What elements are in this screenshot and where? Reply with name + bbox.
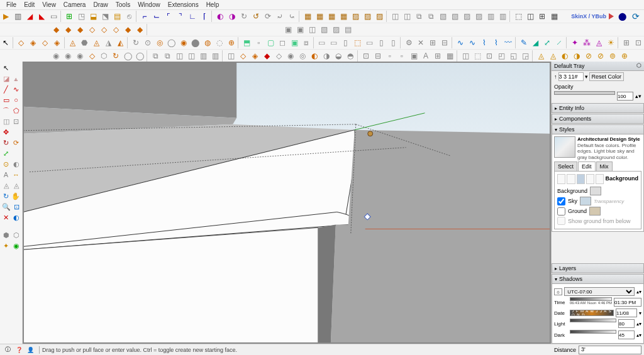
- tb-icon[interactable]: ◎: [297, 50, 308, 62]
- tb-icon[interactable]: ▦: [444, 50, 455, 62]
- tb-icon[interactable]: ▦: [548, 11, 560, 22]
- measurement-input[interactable]: 3': [579, 346, 641, 354]
- tb-icon[interactable]: ▫: [384, 50, 396, 62]
- sky-swatch[interactable]: [580, 197, 591, 205]
- tb-icon[interactable]: ⎋: [123, 11, 135, 22]
- tb-icon[interactable]: ✎: [518, 37, 530, 48]
- tb-icon[interactable]: ⧉: [425, 11, 436, 22]
- tb-icon[interactable]: ▤: [111, 11, 123, 22]
- zoom-extents-icon[interactable]: ⊡: [12, 202, 21, 212]
- dark-spinner-icon[interactable]: ▴▾: [636, 332, 641, 338]
- tb-icon[interactable]: ◉: [62, 50, 74, 62]
- tb-icon[interactable]: ▤: [342, 24, 353, 35]
- tb-icon[interactable]: ◈: [28, 37, 39, 48]
- tb-icon[interactable]: ↻: [238, 11, 250, 22]
- tb-icon[interactable]: ◌: [214, 37, 225, 48]
- tb-icon[interactable]: ↻: [130, 37, 142, 48]
- styles-panel[interactable]: ▾Styles: [552, 124, 644, 134]
- components-panel[interactable]: ▸Components: [552, 114, 644, 124]
- tb-icon[interactable]: ▭: [316, 37, 328, 48]
- tray-pin-icon[interactable]: ⬡: [636, 62, 643, 68]
- tb-icon[interactable]: ⊙: [142, 37, 153, 48]
- tb-icon[interactable]: ◬: [1, 180, 11, 190]
- tb-icon[interactable]: ◇: [86, 50, 97, 62]
- arc-icon[interactable]: ⌒: [1, 106, 11, 116]
- tb-icon[interactable]: ⊞: [621, 37, 632, 48]
- date-slider[interactable]: J F M A M J J A S O N D: [570, 310, 614, 316]
- menu-file[interactable]: File: [3, 1, 20, 8]
- info-icon[interactable]: ⓘ: [3, 346, 13, 354]
- freehand-icon[interactable]: ∿: [11, 84, 21, 94]
- tb-icon[interactable]: ◯: [166, 37, 177, 48]
- menu-tools[interactable]: Tools: [112, 1, 134, 8]
- dark-value[interactable]: [618, 330, 635, 339]
- tb-icon[interactable]: ⌈: [199, 11, 210, 22]
- tb-icon[interactable]: ◑: [226, 11, 238, 22]
- tb-icon[interactable]: ▯: [376, 37, 387, 48]
- tb-icon[interactable]: ▦: [326, 11, 337, 22]
- tb-icon[interactable]: ✦: [1, 241, 11, 251]
- tb-icon[interactable]: ⌇: [491, 37, 502, 48]
- tb-icon[interactable]: A: [420, 50, 431, 62]
- tb-icon[interactable]: ◫: [174, 50, 185, 62]
- light-spinner-icon[interactable]: ▴▾: [636, 321, 641, 327]
- tb-icon[interactable]: ▭: [48, 11, 59, 22]
- tb-icon[interactable]: ⊘: [595, 50, 606, 62]
- ground-swatch[interactable]: [589, 207, 601, 216]
- tz-spinner-icon[interactable]: ▴▾: [636, 289, 641, 295]
- tb-icon[interactable]: ⧉: [150, 50, 161, 62]
- tb-icon[interactable]: ▥: [209, 50, 221, 62]
- eraser-icon[interactable]: ◪: [1, 74, 11, 84]
- tb-icon[interactable]: ◑: [571, 50, 582, 62]
- tb-icon[interactable]: ◈: [249, 50, 260, 62]
- tb-icon[interactable]: ▨: [330, 24, 341, 35]
- tb-icon[interactable]: ▥: [497, 11, 508, 22]
- tb-icon[interactable]: ◫: [525, 11, 536, 22]
- modeling-icon[interactable]: [596, 174, 604, 184]
- play-button-icon[interactable]: [609, 13, 614, 19]
- tb-icon[interactable]: ◍: [202, 37, 213, 48]
- tb-icon[interactable]: ◫: [460, 50, 471, 62]
- tb-icon[interactable]: [11, 127, 21, 137]
- tb-icon[interactable]: ⬣: [79, 37, 91, 48]
- tb-icon[interactable]: ◯: [122, 50, 133, 62]
- tb-icon[interactable]: ◇: [86, 24, 97, 35]
- rect-icon[interactable]: ▭: [1, 95, 11, 105]
- tb-icon[interactable]: ▨: [374, 11, 385, 22]
- tb-icon[interactable]: ◢: [24, 11, 35, 22]
- tb-icon[interactable]: ◱: [508, 50, 519, 62]
- orbit-icon[interactable]: ↻: [1, 191, 10, 201]
- tb-icon[interactable]: ⧈: [301, 37, 312, 48]
- tb-icon[interactable]: ◬: [535, 50, 547, 62]
- edge-settings-icon[interactable]: [557, 174, 565, 184]
- tb-icon[interactable]: ◈: [52, 37, 63, 48]
- tb-icon[interactable]: ✕: [415, 37, 426, 48]
- tb-icon[interactable]: ◐: [309, 50, 320, 62]
- shadow-toggle-icon[interactable]: ☼: [554, 288, 562, 295]
- tb-icon[interactable]: ◭: [114, 37, 126, 48]
- tb-icon[interactable]: ◫: [389, 11, 401, 22]
- tb-icon[interactable]: ⌜: [163, 11, 174, 22]
- tb-icon[interactable]: ⬚: [513, 11, 524, 22]
- rotate-icon[interactable]: ↻: [1, 138, 11, 148]
- text-icon[interactable]: A: [1, 170, 11, 180]
- pan-icon[interactable]: ✋: [11, 191, 21, 201]
- time-slider[interactable]: 06:43 AMNoon4:46 PM: [570, 297, 612, 307]
- tb-icon[interactable]: ⬔: [99, 11, 111, 22]
- tb-icon[interactable]: ◐: [214, 11, 226, 22]
- model-viewport[interactable]: [23, 62, 551, 344]
- tb-icon[interactable]: ↺: [250, 11, 262, 22]
- tb-icon[interactable]: ⊡: [360, 50, 372, 62]
- tb-icon[interactable]: ◉: [285, 50, 296, 62]
- tb-icon[interactable]: ◇: [110, 24, 121, 35]
- opacity-value[interactable]: [617, 92, 633, 101]
- tb-icon[interactable]: ◆: [261, 50, 272, 62]
- tb-icon[interactable]: ⊕: [226, 37, 237, 48]
- tb-icon[interactable]: ⊟: [372, 50, 384, 62]
- protractor-icon[interactable]: ◐: [11, 159, 21, 169]
- tb-icon[interactable]: ◰: [496, 50, 507, 62]
- tb-icon[interactable]: ◫: [186, 50, 197, 62]
- push-pull-icon[interactable]: ◫: [1, 116, 11, 126]
- tb-icon[interactable]: 〰: [502, 37, 514, 48]
- light-slider[interactable]: [570, 319, 616, 329]
